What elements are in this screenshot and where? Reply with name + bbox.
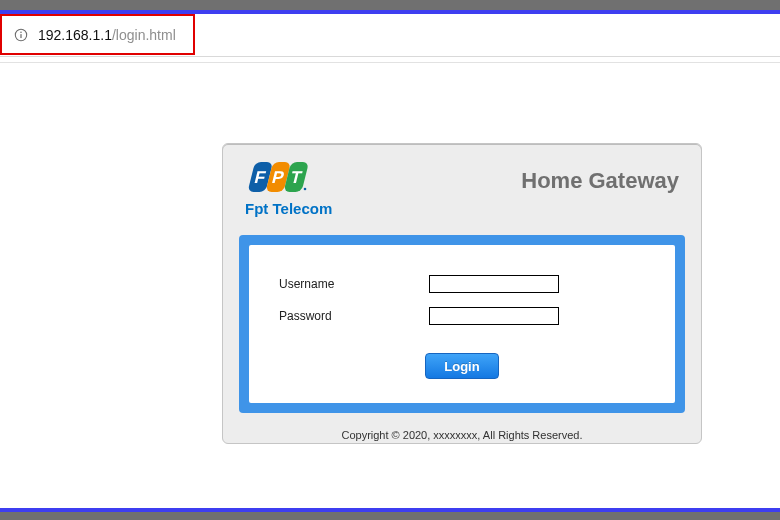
brand-subtitle: Fpt Telecom xyxy=(245,200,332,217)
window: 192.168.1.1/login.html F P xyxy=(0,0,780,520)
username-input[interactable] xyxy=(429,275,559,293)
button-row: Login xyxy=(279,353,645,379)
url-host: 192.168.1.1 xyxy=(38,27,112,43)
browser-chrome-bottom xyxy=(0,508,780,520)
browser-chrome-top xyxy=(0,0,780,14)
login-panel: F P T Fpt Telecom Home Gateway Username xyxy=(222,143,702,444)
login-form: Username Password Login xyxy=(249,245,675,403)
svg-rect-1 xyxy=(20,34,21,38)
login-header: F P T Fpt Telecom Home Gateway xyxy=(223,144,701,227)
info-icon xyxy=(14,28,28,42)
brand-block: F P T Fpt Telecom xyxy=(245,162,332,217)
url-path: /login.html xyxy=(112,27,176,43)
login-box-frame: Username Password Login xyxy=(239,235,685,413)
address-bar[interactable]: 192.168.1.1/login.html xyxy=(0,14,780,57)
page-body: F P T Fpt Telecom Home Gateway Username xyxy=(0,63,780,510)
copyright-text: Copyright © 2020, xxxxxxxx, All Rights R… xyxy=(223,429,701,443)
svg-point-2 xyxy=(20,31,22,33)
username-row: Username xyxy=(279,275,645,293)
svg-point-9 xyxy=(304,188,307,191)
username-label: Username xyxy=(279,277,429,291)
password-row: Password xyxy=(279,307,645,325)
login-button[interactable]: Login xyxy=(425,353,499,379)
password-input[interactable] xyxy=(429,307,559,325)
page-title: Home Gateway xyxy=(521,168,679,194)
address-bar-wrap: 192.168.1.1/login.html xyxy=(0,14,780,60)
password-label: Password xyxy=(279,309,429,323)
fpt-logo-icon: F P T xyxy=(245,162,332,196)
url-text: 192.168.1.1/login.html xyxy=(38,27,176,43)
